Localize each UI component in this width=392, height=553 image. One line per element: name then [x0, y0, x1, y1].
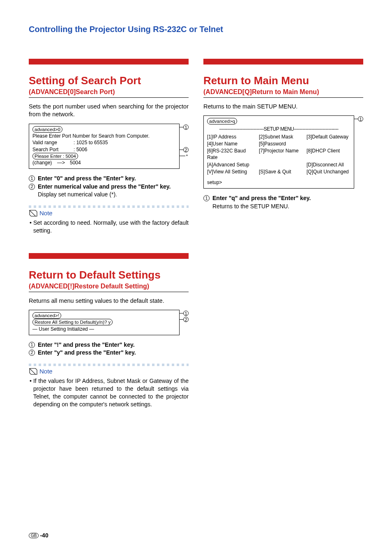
terminal-search-port: advanced>0 Please Enter Port Number for …: [29, 124, 180, 169]
terminal-chip: advanced>0: [32, 126, 62, 133]
page-footer: GB -40: [29, 532, 48, 539]
callout-marker-1: 1: [183, 311, 189, 316]
terminal-line: — User Setting Initialized —: [32, 326, 176, 332]
terminal-label: Search Port: [32, 146, 74, 153]
callout-line: [180, 156, 185, 156]
menu-item: [7]Projector Name: [259, 147, 304, 161]
bullet-icon: •: [30, 219, 32, 235]
bullet-icon: •: [30, 377, 32, 408]
step-number-icon: 1: [203, 195, 210, 201]
note-label: Note: [39, 210, 53, 217]
subheading-search-port: (ADVANCED[0]Search Port): [29, 88, 189, 96]
step-number-icon: 2: [29, 184, 35, 190]
instruction-item: 2 Enter numerical value and press the "E…: [29, 183, 189, 199]
terminal-label: Valid range: [32, 139, 74, 146]
menu-item: [8]DHCP Client: [307, 147, 350, 161]
section-divider-bar: [29, 253, 189, 259]
terminal-value: 5004: [70, 159, 81, 166]
menu-item: [S]Save & Quit: [259, 168, 304, 175]
instruction-list: 1 Enter "!" and press the "Enter" key. 2…: [29, 341, 189, 357]
menu-item: [D]Disconnect All: [307, 161, 350, 168]
page-number: -40: [40, 532, 48, 539]
right-column: Return to Main Menu (ADVANCED[Q]Return t…: [203, 59, 363, 408]
section-search-port: Setting of Search Port (ADVANCED[0]Searc…: [29, 59, 189, 235]
callout-marker-2: 2: [183, 147, 189, 152]
menu-title-line: -------------------------------SETUP MEN…: [207, 126, 350, 132]
heading-default-settings: Return to Default Settings: [29, 269, 189, 281]
instruction-list: 1 Enter "q" and press the "Enter" key.Re…: [203, 194, 363, 210]
dotted-divider: [29, 364, 189, 366]
instruction-bold: Enter "y" and press the "Enter" key.: [38, 349, 189, 357]
section-divider-bar: [29, 59, 189, 65]
callout-marker-2: 2: [183, 317, 189, 322]
section-divider-bar: [203, 59, 363, 65]
instruction-bold: Enter "0" and press the "Enter" key.: [38, 175, 136, 182]
body-text: Returns to the main SETUP MENU.: [203, 103, 363, 111]
note-text: If the values for IP Address, Subnet Mas…: [33, 377, 189, 408]
terminal-value: : 1025 to 65535: [74, 139, 108, 146]
terminal-label: (change): [32, 159, 57, 166]
terminal-main-menu: advanced>q -----------------------------…: [203, 115, 354, 189]
instruction-list: 1 Enter "0" and press the "Enter" key. 2…: [29, 175, 189, 199]
page-title: Controlling the Projector Using RS-232C …: [29, 25, 363, 34]
terminal-value: : 5006: [74, 146, 87, 153]
menu-item: [1]IP Address: [207, 134, 256, 140]
menu-item: [2]Subnet Mask: [259, 134, 304, 140]
body-text: Returns all menu setting values to the d…: [29, 297, 189, 305]
instruction-item: 2 Enter "y" and press the "Enter" key.: [29, 349, 189, 357]
asterisk-marker: *: [186, 154, 188, 159]
subheading-default-settings: (ADVANCED[!]Restore Default Setting): [29, 282, 189, 290]
note-bullet: • Set according to need. Normally, use w…: [29, 219, 189, 235]
body-text: Sets the port number used when searching…: [29, 103, 189, 119]
note-header: Note: [29, 210, 189, 217]
subheading-main-menu: (ADVANCED[Q]Return to Main Menu): [203, 88, 363, 96]
menu-item: [307, 141, 350, 147]
menu-item: [A]Advanced Setup: [207, 161, 256, 168]
section-main-menu: Return to Main Menu (ADVANCED[Q]Return t…: [203, 59, 363, 210]
heading-main-menu: Return to Main Menu: [203, 75, 363, 87]
gb-badge: GB: [29, 533, 39, 538]
terminal-prompt: setup>: [207, 179, 350, 186]
menu-item: [4]User Name: [207, 141, 256, 147]
heading-search-port: Setting of Search Port: [29, 75, 189, 87]
menu-item: [5]Password: [259, 141, 304, 147]
callout-marker-1: 1: [183, 124, 189, 130]
instruction-bold: Enter "q" and press the "Enter" key.: [212, 195, 311, 201]
step-number-icon: 1: [29, 342, 35, 348]
note-icon: [29, 210, 38, 217]
content-columns: Setting of Search Port (ADVANCED[0]Searc…: [29, 59, 363, 408]
callout-marker-1: 1: [358, 116, 363, 122]
heading-underline: [29, 97, 189, 98]
section-default-settings: Return to Default Settings (ADVANCED[!]R…: [29, 253, 189, 408]
instruction-item: 1 Enter "0" and press the "Enter" key.: [29, 175, 189, 183]
menu-item: [Q]Quit Unchanged: [307, 168, 350, 175]
instruction-bold: Enter numerical value and press the "Ent…: [38, 183, 171, 190]
note-bullet: • If the values for IP Address, Subnet M…: [29, 377, 189, 408]
menu-item: [259, 161, 304, 168]
heading-underline: [29, 292, 189, 292]
instruction-rest: Display set numerical value (*).: [38, 191, 117, 198]
instruction-item: 1 Enter "q" and press the "Enter" key.Re…: [203, 194, 363, 210]
terminal-default-settings: advanced>! Restore All Setting to Defaul…: [29, 310, 180, 335]
menu-item: [6]RS-232C Baud Rate: [207, 147, 256, 161]
note-icon: [29, 368, 38, 375]
terminal-chip: advanced>!: [32, 312, 61, 319]
instruction-rest: Returns to the SETUP MENU.: [212, 203, 289, 210]
note-header: Note: [29, 368, 189, 375]
terminal-chip: Please Enter : 5004: [32, 153, 78, 159]
setup-menu-grid: [1]IP Address [2]Subnet Mask [3]Default …: [207, 134, 350, 175]
dotted-divider: [29, 205, 189, 208]
heading-underline: [203, 97, 363, 98]
note-label: Note: [39, 368, 53, 375]
left-column: Setting of Search Port (ADVANCED[0]Searc…: [29, 59, 189, 408]
terminal-line: Please Enter Port Number for Search from…: [32, 133, 176, 139]
instruction-bold: Enter "!" and press the "Enter" key.: [38, 341, 189, 349]
arrow-icon: —>: [57, 159, 65, 166]
note-text: Set according to need. Normally, use wit…: [33, 219, 189, 235]
step-number-icon: 1: [29, 175, 35, 182]
terminal-chip: advanced>q: [207, 118, 237, 124]
terminal-chip: Restore All Setting to Default(y/n)? y: [32, 319, 113, 325]
step-number-icon: 2: [29, 350, 35, 356]
instruction-item: 1 Enter "!" and press the "Enter" key.: [29, 341, 189, 349]
menu-item: [V]View All Setting: [207, 168, 256, 175]
